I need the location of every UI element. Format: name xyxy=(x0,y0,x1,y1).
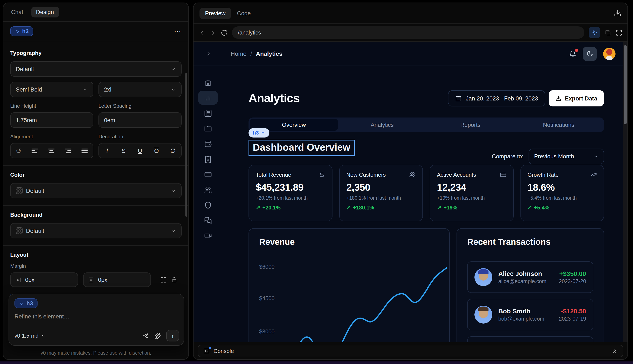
sidebar-item-payments[interactable] xyxy=(198,167,218,181)
stat-subtext: +5.4% from last month xyxy=(528,196,597,200)
send-button[interactable]: ↑ xyxy=(166,330,179,342)
page-title: Analytics xyxy=(249,92,300,105)
selected-element-pill[interactable]: h3 xyxy=(249,128,269,138)
stat-title: Active Accounts xyxy=(437,172,476,178)
chevron-down-icon xyxy=(170,188,176,194)
tab-code[interactable]: Code xyxy=(237,10,251,16)
refine-input[interactable]: Refine this element… xyxy=(15,313,178,320)
sidebar-toggle-icon[interactable] xyxy=(205,50,212,57)
letter-spacing-value: 0em xyxy=(104,117,115,123)
margin-y-input[interactable]: 0px xyxy=(83,272,151,287)
refine-chat-box: h3 Refine this element… v0-1.5-md ↑ xyxy=(9,294,184,346)
window-bottom-strip xyxy=(0,362,633,364)
tab-chat[interactable]: Chat xyxy=(11,9,23,15)
sidebar-item-users[interactable] xyxy=(198,183,218,197)
viewport-scrollbar[interactable] xyxy=(624,45,626,124)
back-icon[interactable] xyxy=(199,29,205,36)
lock-margin-icon[interactable] xyxy=(171,276,177,283)
underline-icon[interactable]: U xyxy=(137,147,143,154)
background-select[interactable]: Default xyxy=(10,223,181,238)
moon-icon xyxy=(586,50,593,57)
font-weight-select[interactable]: Semi Bold xyxy=(10,82,93,97)
sidebar-item-home[interactable] xyxy=(198,75,218,90)
typography-section-label: Typography xyxy=(10,50,181,56)
user-avatar[interactable] xyxy=(603,48,615,60)
model-select[interactable]: v0-1.5-md xyxy=(15,333,46,339)
theme-toggle-button[interactable] xyxy=(583,46,597,61)
select-element-mode-button[interactable] xyxy=(589,27,600,38)
stat-trend-value: +19% xyxy=(444,204,457,210)
console-bar[interactable]: Console xyxy=(198,345,623,357)
breadcrumb-separator: / xyxy=(251,50,252,57)
chevron-down-icon xyxy=(593,154,598,159)
overline-icon[interactable]: O xyxy=(153,147,160,154)
stat-title: Total Revenue xyxy=(256,172,291,178)
sparkles-icon[interactable] xyxy=(142,332,149,339)
stat-card-total-revenue: Total Revenue $45,231.89 +20.1% from las… xyxy=(249,165,332,222)
newspaper-icon xyxy=(204,109,212,117)
strikethrough-icon[interactable]: S xyxy=(120,147,127,154)
align-left-icon[interactable] xyxy=(32,148,38,153)
sidebar-item-messages[interactable] xyxy=(198,213,218,227)
letter-spacing-input[interactable]: 0em xyxy=(98,112,181,128)
align-justify-icon[interactable] xyxy=(81,148,88,153)
download-icon[interactable] xyxy=(614,9,621,17)
font-family-select[interactable]: Default xyxy=(10,61,181,77)
sidebar-item-files[interactable] xyxy=(198,121,218,136)
sidebar-item-wallet[interactable] xyxy=(198,137,218,151)
export-data-button[interactable]: Export Data xyxy=(549,90,604,106)
element-badge-h3[interactable]: h3 xyxy=(10,26,33,36)
date-range-button[interactable]: Jan 20, 2023 - Feb 09, 2023 xyxy=(448,90,545,106)
tab-design[interactable]: Design xyxy=(31,7,59,18)
up-arrow-icon: ↑ xyxy=(171,332,174,339)
font-size-select[interactable]: 2xl xyxy=(98,82,181,97)
copy-icon[interactable] xyxy=(604,29,611,36)
transaction-row: Alice Johnson alice@example.com +$350.00… xyxy=(467,262,593,293)
stat-trend-value: +180.1% xyxy=(353,204,374,210)
forward-icon[interactable] xyxy=(210,29,217,36)
italic-icon[interactable]: I xyxy=(104,147,111,154)
terminal-icon xyxy=(203,348,210,354)
fullscreen-icon[interactable] xyxy=(615,29,622,36)
line-height-value: 1.75rem xyxy=(16,117,37,123)
tab-preview[interactable]: Preview xyxy=(199,8,231,19)
align-center-icon[interactable] xyxy=(48,148,55,153)
panel-scrollbar[interactable] xyxy=(185,73,187,217)
sidebar-item-invoices[interactable] xyxy=(198,152,218,166)
chevrons-up-icon[interactable] xyxy=(612,348,618,354)
sidebar-item-analytics[interactable] xyxy=(198,91,218,105)
trend-up-icon: ↗ xyxy=(256,204,260,211)
stat-value: $45,231.89 xyxy=(256,182,325,193)
breadcrumb-home[interactable]: Home xyxy=(231,50,247,57)
line-height-input[interactable]: 1.75rem xyxy=(10,112,93,128)
chevron-down-icon xyxy=(41,333,46,338)
expand-margin-icon[interactable] xyxy=(160,276,167,283)
transactions-card: Recent Transactions Alice Johnson alice@… xyxy=(457,228,604,342)
sidebar-item-news[interactable] xyxy=(198,106,218,120)
compare-value: Previous Month xyxy=(534,153,574,160)
color-select[interactable]: Default xyxy=(10,183,181,198)
refresh-icon[interactable] xyxy=(221,29,228,36)
sidebar-item-security[interactable] xyxy=(198,198,218,212)
app-window: Chat Design h3 ⋯ Typography Default Semi… xyxy=(0,0,633,364)
preview-panel: Preview Code /analytics Home / An xyxy=(193,2,628,360)
notifications-button[interactable] xyxy=(569,50,576,57)
sidebar-item-video[interactable] xyxy=(198,228,218,243)
compare-select[interactable]: Previous Month xyxy=(529,148,604,164)
transaction-row: Bob Smith bob@example.com -$120.50 2023-… xyxy=(467,299,593,330)
credit-card-icon xyxy=(204,170,212,178)
messages-icon xyxy=(204,216,212,224)
paperclip-icon[interactable] xyxy=(154,332,161,339)
align-right-icon[interactable] xyxy=(65,148,71,153)
stat-title: New Customers xyxy=(346,172,386,178)
undo-alignment-icon[interactable]: ↺ xyxy=(16,147,22,155)
margin-x-input[interactable]: 0px xyxy=(10,272,78,287)
chat-element-badge[interactable]: h3 xyxy=(15,298,38,308)
chevron-down-icon xyxy=(170,87,176,92)
stat-card-growth-rate: Growth Rate 18.6% +5.4% from last month … xyxy=(520,165,604,222)
no-decoration-icon[interactable]: ∅ xyxy=(169,147,176,154)
calendar-icon xyxy=(455,95,462,102)
element-menu-icon[interactable]: ⋯ xyxy=(174,27,181,36)
url-input[interactable]: /analytics xyxy=(232,26,584,39)
background-swatch-icon xyxy=(16,227,23,234)
